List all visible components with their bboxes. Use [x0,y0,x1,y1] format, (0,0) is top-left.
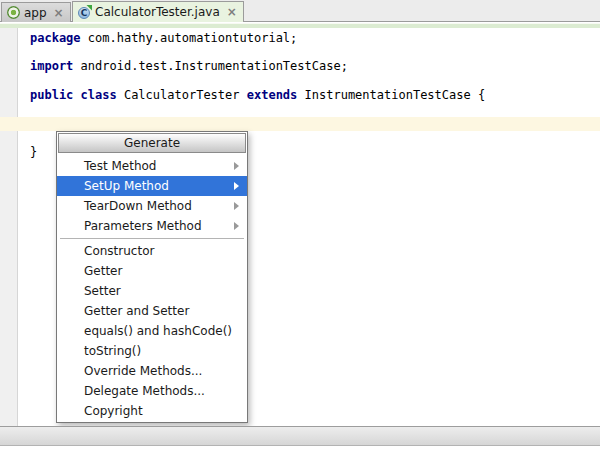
code-line: package com.hathy.automationtutorial; [30,31,485,45]
java-class-icon: C [78,6,91,19]
menu-item-setter[interactable]: Setter [57,281,247,301]
code-token: import [30,59,81,73]
code-token: com.hathy.automationtutorial; [88,31,298,45]
menu-item-parameters-method[interactable]: Parameters Method [57,216,247,236]
code-line [30,45,485,59]
submenu-arrow-icon [234,182,239,190]
menu-item-constructor[interactable]: Constructor [57,241,247,261]
menu-item-getter[interactable]: Getter [57,261,247,281]
menu-item-label: Delegate Methods... [84,384,205,398]
menu-item-label: Constructor [84,244,154,258]
code-token: CalculatorTester [124,88,247,102]
code-line [30,102,485,116]
tab-app[interactable]: app × [1,2,71,22]
tab-close-icon[interactable]: × [227,5,237,19]
menu-separator [60,238,244,239]
menu-item-equals-and-hashcode[interactable]: equals() and hashCode() [57,321,247,341]
menu-item-label: equals() and hashCode() [84,324,232,338]
code-line [30,116,485,130]
menu-item-label: Copyright [84,404,143,418]
code-line: public class CalculatorTester extends In… [30,88,485,102]
code-line: import android.test.InstrumentationTestC… [30,59,485,73]
tab-label: CalculatorTester.java [95,5,220,19]
menu-item-label: toString() [84,344,141,358]
submenu-arrow-icon [234,162,239,170]
menu-item-override-methods[interactable]: Override Methods... [57,361,247,381]
code-token: } [30,145,37,159]
tab-close-icon[interactable]: × [54,6,64,20]
tab-label: app [24,6,47,20]
menu-item-label: Override Methods... [84,364,202,378]
code-token: InstrumentationTestCase { [305,88,486,102]
menu-item-delegate-methods[interactable]: Delegate Methods... [57,381,247,401]
code-token: package [30,31,88,45]
editor-tab-bar: app × C CalculatorTester.java × [0,0,600,22]
menu-item-teardown-method[interactable]: TearDown Method [57,196,247,216]
generate-popup-title: Generate [58,133,246,153]
java-class-letter: C [78,7,90,19]
code-token: public class [30,88,124,102]
code-token: android.test.InstrumentationTestCase; [81,59,348,73]
menu-item-label: Parameters Method [84,219,202,233]
menu-item-label: Setter [84,284,121,298]
menu-item-setup-method[interactable]: SetUp Method [57,176,247,196]
menu-item-tostring[interactable]: toString() [57,341,247,361]
menu-item-getter-and-setter[interactable]: Getter and Setter [57,301,247,321]
generate-popup: Generate Test MethodSetUp MethodTearDown… [56,131,248,423]
tab-calculatortester-java[interactable]: C CalculatorTester.java × [72,1,244,22]
submenu-arrow-icon [234,202,239,210]
ide-window: app × C CalculatorTester.java × package … [0,0,600,453]
android-module-icon [7,6,20,19]
submenu-arrow-icon [234,222,239,230]
menu-item-label: TearDown Method [84,199,192,213]
menu-item-label: Test Method [84,159,156,173]
menu-item-label: SetUp Method [84,179,169,193]
generate-menu-items: Test MethodSetUp MethodTearDown MethodPa… [57,154,247,422]
menu-item-label: Getter [84,264,122,278]
menu-item-label: Getter and Setter [84,304,189,318]
editor-gutter [0,28,18,426]
code-line [30,74,485,88]
menu-item-test-method[interactable]: Test Method [57,156,247,176]
code-token: extends [247,88,305,102]
status-bar [0,426,600,446]
menu-item-copyright[interactable]: Copyright [57,401,247,421]
